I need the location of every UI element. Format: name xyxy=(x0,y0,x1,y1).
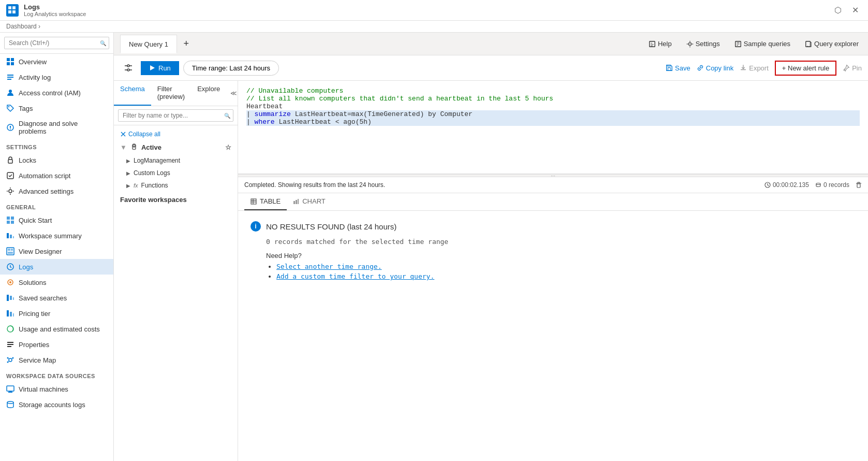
sidebar-item-pricing[interactable]: Pricing tier xyxy=(0,306,113,321)
svg-rect-6 xyxy=(7,62,10,65)
svg-point-12 xyxy=(8,106,9,107)
schema-favorite-icon[interactable]: ☆ xyxy=(225,143,231,151)
sidebar-item-virtual-machines[interactable]: Virtual machines xyxy=(0,381,113,397)
help-link-1-anchor[interactable]: Select another time range. xyxy=(276,263,382,270)
toolbar-settings-icon[interactable] xyxy=(120,60,137,76)
results-area: Completed. Showing results from the last… xyxy=(238,177,868,461)
sidebar-label-logs: Logs xyxy=(19,263,33,271)
new-alert-rule-button[interactable]: + New alert rule xyxy=(775,61,836,76)
chart-icon xyxy=(293,198,299,205)
sidebar-item-workspace-summary[interactable]: Workspace summary xyxy=(0,228,113,243)
sidebar-item-saved-searches[interactable]: Saved searches xyxy=(0,290,113,306)
svg-rect-19 xyxy=(7,217,10,220)
svg-point-18 xyxy=(9,190,12,193)
sample-queries-action[interactable]: Sample queries xyxy=(731,38,793,50)
sidebar-search-area xyxy=(0,33,113,54)
sidebar-item-usage[interactable]: Usage and estimated costs xyxy=(0,321,113,337)
sidebar-item-tags[interactable]: Tags xyxy=(0,100,113,116)
export-icon xyxy=(740,64,747,71)
sidebar-item-diagnose[interactable]: Diagnose and solve problems xyxy=(0,116,113,139)
svg-rect-24 xyxy=(10,235,12,238)
schema-tab-filter[interactable]: Filter (preview) xyxy=(151,81,191,106)
code-editor[interactable]: // Unavailable computers // List all kno… xyxy=(238,81,868,174)
help-action[interactable]: Help xyxy=(645,38,675,50)
time-range-button[interactable]: Time range: Last 24 hours xyxy=(183,61,279,76)
sidebar-item-storage[interactable]: Storage accounts logs xyxy=(0,397,113,412)
sidebar-label-solutions: Solutions xyxy=(19,279,46,286)
query-explorer-icon xyxy=(805,40,812,48)
schema-item-logmanagement[interactable]: ▶ LogManagement xyxy=(114,154,238,167)
collapse-panel-button[interactable]: ≪ xyxy=(226,81,238,106)
pin-label: Pin xyxy=(852,64,862,72)
schema-item-functions[interactable]: ▶ fx Functions xyxy=(114,179,238,192)
svg-rect-7 xyxy=(11,62,14,65)
schema-tab-label: Schema xyxy=(120,85,145,93)
save-action[interactable]: Save xyxy=(666,64,690,72)
functions-label: Functions xyxy=(141,182,168,189)
sidebar-item-activity-log[interactable]: Activity log xyxy=(0,69,113,85)
svg-marker-70 xyxy=(150,65,155,70)
minimize-icon[interactable]: ⬡ xyxy=(831,4,845,16)
info-icon: i xyxy=(251,221,261,232)
svg-rect-16 xyxy=(8,160,12,163)
sidebar-label-saved-searches: Saved searches xyxy=(19,294,67,302)
close-icon[interactable]: ✕ xyxy=(849,4,862,16)
schema-tab-schema[interactable]: Schema xyxy=(114,81,151,106)
sidebar-item-service-map[interactable]: Service Map xyxy=(0,352,113,368)
title-bar-left: Logs Log Analytics workspace xyxy=(6,3,86,17)
sidebar-item-logs[interactable]: Logs xyxy=(0,259,113,275)
search-input[interactable] xyxy=(4,37,109,49)
delete-results-icon[interactable] xyxy=(856,182,862,188)
activity-log-icon xyxy=(6,73,14,81)
results-tab-chart[interactable]: CHART xyxy=(287,193,332,210)
sidebar-item-quickstart[interactable]: Quick Start xyxy=(0,212,113,228)
sidebar-item-solutions[interactable]: Solutions xyxy=(0,275,113,290)
add-tab-button[interactable]: + xyxy=(179,37,194,51)
breadcrumb[interactable]: Dashboard › xyxy=(0,21,868,33)
run-label: Run xyxy=(158,64,171,72)
svg-rect-33 xyxy=(7,295,9,301)
settings-action[interactable]: Settings xyxy=(683,38,723,50)
sidebar-item-advanced[interactable]: Advanced settings xyxy=(0,183,113,199)
results-tab-table[interactable]: TABLE xyxy=(244,193,287,210)
sidebar-item-overview[interactable]: Overview xyxy=(0,54,113,69)
new-alert-label: + New alert rule xyxy=(782,64,829,72)
export-action[interactable]: Export xyxy=(740,64,769,72)
sidebar-item-automation[interactable]: Automation script xyxy=(0,168,113,183)
breadcrumb-link[interactable]: Dashboard xyxy=(6,23,37,30)
schema-filter-input[interactable] xyxy=(118,109,233,122)
sidebar-label-advanced: Advanced settings xyxy=(19,188,73,195)
pin-action[interactable]: Pin xyxy=(843,64,862,72)
tab-new-query-1[interactable]: New Query 1 xyxy=(120,35,177,53)
code-line-5: | where LastHeartbeat < ago(5h) xyxy=(246,118,860,126)
svg-rect-51 xyxy=(8,392,12,393)
query-explorer-action[interactable]: Query explorer xyxy=(802,38,862,50)
svg-rect-36 xyxy=(7,310,9,316)
collapse-all-button[interactable]: Collapse all xyxy=(114,128,238,140)
filter-tab-label: Filter (preview) xyxy=(157,85,185,100)
title-bar-text: Logs Log Analytics workspace xyxy=(24,3,86,17)
svg-rect-1 xyxy=(12,6,16,9)
expand-functions-icon: ▶ xyxy=(126,183,130,189)
help-link-2[interactable]: Add a custom time filter to your query. xyxy=(276,272,856,280)
export-label: Export xyxy=(749,64,769,72)
schema-item-custom-logs[interactable]: ▶ Custom Logs xyxy=(114,167,238,179)
favorite-workspaces-label: Favorite workspaces xyxy=(120,196,187,204)
explore-tab-label: Explore xyxy=(197,85,220,93)
sidebar-item-view-designer[interactable]: View Designer xyxy=(0,243,113,259)
title-bar-controls[interactable]: ⬡ ✕ xyxy=(831,4,862,16)
chart-tab-label: CHART xyxy=(302,197,326,205)
sidebar-label-storage: Storage accounts logs xyxy=(19,401,85,409)
copy-link-action[interactable]: Copy link xyxy=(697,64,733,72)
clock-icon xyxy=(764,182,771,188)
help-link-2-anchor[interactable]: Add a custom time filter to your query. xyxy=(276,272,434,280)
sidebar-item-iam[interactable]: Access control (IAM) xyxy=(0,85,113,100)
sidebar-item-properties[interactable]: Properties xyxy=(0,337,113,352)
sidebar-item-locks[interactable]: Locks xyxy=(0,152,113,168)
copy-link-icon xyxy=(697,64,704,71)
help-link-1[interactable]: Select another time range. xyxy=(276,263,856,270)
schema-tab-explore[interactable]: Explore xyxy=(191,81,226,106)
sidebar-label-service-map: Service Map xyxy=(19,356,56,364)
iam-icon xyxy=(6,89,14,97)
run-button[interactable]: Run xyxy=(141,61,179,75)
